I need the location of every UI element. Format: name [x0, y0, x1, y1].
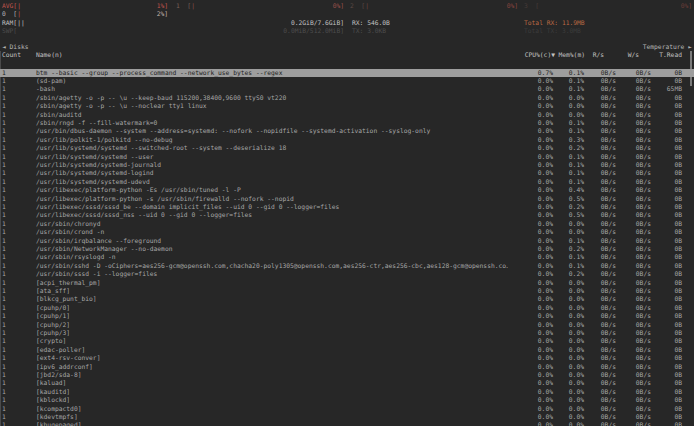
column-header-mem[interactable]: Mem%(m) [558, 51, 585, 59]
process-row[interactable]: 1[jbd2/sda-8]0.0%0.0%0B/s0B/s0B [0, 371, 694, 379]
process-row[interactable]: 1/usr/sbin/sshd -D -oCiphers=aes256-gcm@… [0, 262, 694, 270]
process-row[interactable]: 1/usr/sbin/rsyslogd -n0.0%0.1%0B/s0B/s0B [0, 253, 694, 261]
process-row[interactable]: 1/usr/bin/dbus-daemon --system --address… [0, 127, 694, 135]
process-row[interactable]: 1/usr/lib/systemd/systemd --user0.0%0.1%… [0, 153, 694, 161]
network-rx: RX: 546.0B [352, 19, 390, 27]
cpu-gauge-cpu1: 1 [|0%] [176, 2, 344, 10]
process-row[interactable]: 1[cpuhp/1]0.0%0.0%0B/s0B/s0B [0, 312, 694, 320]
process-row[interactable]: 1/sbin/agetty -o -p -- \u --keep-baud 11… [0, 94, 694, 102]
tab-temperature[interactable]: Temperature ► [643, 43, 692, 51]
process-row[interactable]: 1[cpuhp/3]0.0%0.0%0B/s0B/s0B [0, 329, 694, 337]
tab-disks[interactable]: ◄ Disks [2, 43, 29, 51]
process-row[interactable]: 1/usr/sbin/chronyd0.0%0.0%0B/s0B/s0B [0, 220, 694, 228]
process-row[interactable]: 1/sbin/agetty -o -p -- \u --noclear tty1… [0, 102, 694, 110]
process-row[interactable]: 1[ata_sff]0.0%0.0%0B/s0B/s0B [0, 287, 694, 295]
process-row[interactable]: 1/sbin/rngd -f --fill-watermark=00.0%0.1… [0, 119, 694, 127]
process-row[interactable]: 1[kcompactd0]0.0%0.0%0B/s0B/s0B [0, 405, 694, 413]
process-row[interactable]: 1[ext4-rsv-conver]0.0%0.0%0B/s0B/s0B [0, 354, 694, 362]
process-row[interactable]: 1[khugepaged]0.0%0.0%0B/s0B/s0B [0, 421, 694, 426]
network-tx: TX: 3.0KB [352, 27, 386, 35]
cpu-gauge-cpu0: 0 [|2%] [2, 10, 168, 18]
column-header-count[interactable]: Count [2, 51, 21, 59]
process-row[interactable]: 1[kdevtmpfs]0.0%0.0%0B/s0B/s0B [0, 413, 694, 421]
swap-gauge: SWP[0.0MiB/512.0MiB] [2, 27, 344, 35]
ram-gauge-value: 0.2GiB/7.6GiB] [291, 19, 344, 27]
cpu-gauge-cpu2: 2 [|0%] [350, 2, 518, 10]
ram-gauge-ticks: || [17, 19, 25, 27]
process-row[interactable]: 1-bash0.0%0.1%0B/s0B/s65MB [0, 85, 694, 93]
process-row[interactable]: 1/usr/libexec/sssd/sssd_nss --uid 0 --gi… [0, 211, 694, 219]
process-row[interactable]: 1/usr/sbin/irqbalance --foreground0.0%0.… [0, 237, 694, 245]
process-row[interactable]: 1[cpuhp/0]0.0%0.0%0B/s0B/s0B [0, 304, 694, 312]
process-row[interactable]: 1/usr/libexec/platform-python -Es /usr/s… [0, 186, 694, 194]
btm-terminal: AVG[|1%]0 [|2%]1 [|0%]2 [|0%]3 [0%] RAM[… [0, 0, 694, 426]
process-row[interactable]: 1/usr/sbin/crond -n0.0%0.0%0B/s0B/s0B [0, 228, 694, 236]
process-row-selected[interactable]: 1btm --basic --group --process_command -… [0, 69, 694, 77]
process-row[interactable]: 1[cpuhp/2]0.0%0.0%0B/s0B/s0B [0, 321, 694, 329]
process-row[interactable]: 1/usr/lib/systemd/systemd-udevd0.0%0.1%0… [0, 178, 694, 186]
process-row[interactable]: 1[edac-poller]0.0%0.0%0B/s0B/s0B [0, 346, 694, 354]
column-header-read-per-sec[interactable]: R/s [593, 51, 604, 59]
network-total-rx: Total RX: 11.9MB [524, 19, 585, 27]
network-total-tx: Total TX: 3.0MB [524, 27, 581, 35]
cpu-gauge-avg: AVG[|1%] [2, 2, 168, 10]
process-row[interactable]: 1/usr/lib/systemd/systemd-journald0.0%0.… [0, 161, 694, 169]
column-header-total-read[interactable]: T.Read [659, 51, 682, 59]
process-row[interactable]: 1/usr/sbin/sssd -i --logger=files0.0%0.2… [0, 270, 694, 278]
process-row[interactable]: 1/usr/libexec/platform-python -s /usr/sb… [0, 195, 694, 203]
process-row[interactable]: 1/usr/lib/polkit-1/polkitd --no-debug0.0… [0, 136, 694, 144]
process-table-header: Count Name(n) CPU%(c)▼ Mem%(m) R/s W/s T… [0, 51, 694, 59]
process-row[interactable]: 1[acpi_thermal_pm]0.0%0.0%0B/s0B/s0B [0, 279, 694, 287]
process-row[interactable]: 1[ipv6_addrconf]0.0%0.0%0B/s0B/s0B [0, 363, 694, 371]
process-row[interactable]: 1[blkcg_punt_bio]0.0%0.0%0B/s0B/s0B [0, 295, 694, 303]
ram-gauge: RAM[||0.2GiB/7.6GiB] [2, 19, 344, 27]
process-row[interactable]: 1/sbin/auditd0.0%0.0%0B/s0B/s0B [0, 111, 694, 119]
process-row[interactable]: 1[crypto]0.0%0.0%0B/s0B/s0B [0, 337, 694, 345]
process-row[interactable]: 1[kaluad]0.0%0.0%0B/s0B/s0B [0, 379, 694, 387]
ram-gauge-label: RAM[ [2, 19, 17, 27]
column-header-write-per-sec[interactable]: W/s [628, 51, 639, 59]
process-row[interactable]: 1[kblockd]0.0%0.0%0B/s0B/s0B [0, 396, 694, 404]
swap-gauge-label: SWP[ [2, 27, 17, 35]
process-row[interactable]: 1/usr/libexec/sssd/sssd_be --domain impl… [0, 203, 694, 211]
process-row[interactable]: 1/usr/sbin/NetworkManager --no-daemon0.0… [0, 245, 694, 253]
process-row[interactable]: 1(sd-pam)0.0%0.1%0B/s0B/s0B [0, 77, 694, 85]
column-header-cpu-sort[interactable]: CPU%(c)▼ [525, 51, 555, 59]
process-row[interactable]: 1/usr/lib/systemd/systemd --switched-roo… [0, 144, 694, 152]
cpu-gauge-cpu3: 3 [0%] [524, 2, 692, 10]
process-row[interactable]: 1[kauditd]0.0%0.0%0B/s0B/s0B [0, 388, 694, 396]
swap-gauge-value: 0.0MiB/512.0MiB] [283, 27, 344, 35]
column-header-name[interactable]: Name(n) [36, 51, 63, 59]
process-row[interactable]: 1/usr/lib/systemd/systemd-logind0.0%0.1%… [0, 169, 694, 177]
